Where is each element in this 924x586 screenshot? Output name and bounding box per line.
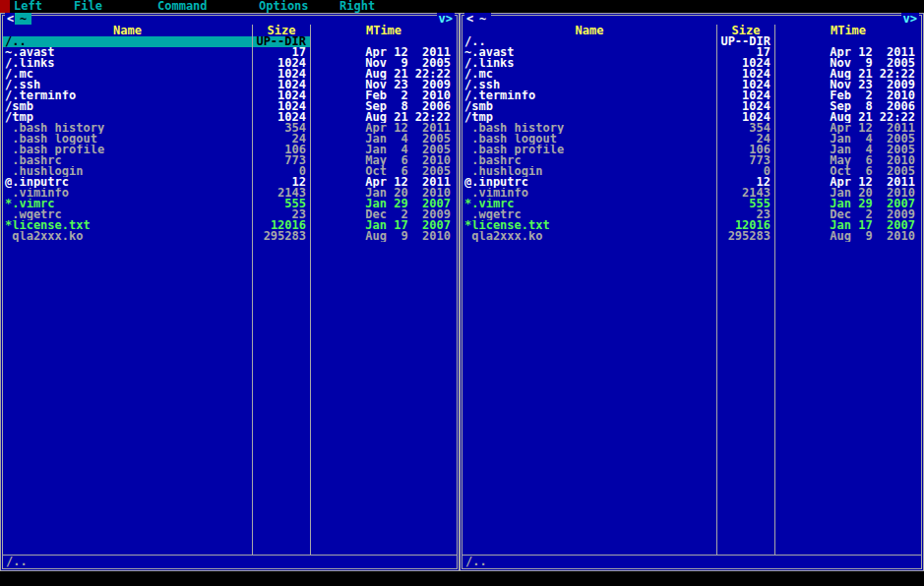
file-row[interactable]: .hushlogin0Oct 6 2005 — [3, 166, 457, 177]
file-row[interactable]: /.links1024Nov 9 2005 — [3, 58, 457, 69]
empty-mtime-column — [311, 242, 457, 555]
file-row[interactable]: .wgetrc23Dec 2 2009 — [3, 209, 457, 220]
file-name[interactable]: @.inputrc — [3, 177, 252, 188]
file-row[interactable]: .bash_profile106Jan 4 2005 — [462, 145, 921, 155]
file-row[interactable]: /.terminfo1024Feb 2 2010 — [462, 90, 921, 101]
file-name[interactable]: /.terminfo — [462, 90, 716, 101]
file-row[interactable]: /.links1024Nov 9 2005 — [462, 58, 921, 69]
file-mtime: Apr 12 2011 — [775, 47, 921, 58]
file-size: 1024 — [253, 80, 310, 90]
file-row[interactable]: /.mc1024Aug 21 22:22 — [3, 69, 457, 80]
file-name[interactable]: /.ssh — [462, 80, 716, 90]
file-size: 12 — [717, 177, 774, 188]
panel-dropdown-icon[interactable]: v> — [437, 13, 455, 25]
file-name[interactable]: .bash_profile — [3, 145, 252, 155]
file-name[interactable]: /.. — [3, 36, 252, 47]
file-name[interactable]: /tmp — [3, 112, 252, 123]
file-row[interactable]: ~.avast17Apr 12 2011 — [462, 47, 921, 58]
file-mtime: May 6 2010 — [311, 155, 457, 166]
file-name[interactable]: /.links — [3, 58, 252, 69]
file-row[interactable]: .bash_logout24Jan 4 2005 — [462, 134, 921, 145]
menu-item-left[interactable]: Left — [14, 0, 42, 13]
file-name[interactable]: /.. — [462, 36, 716, 47]
file-name[interactable]: .viminfo — [462, 188, 716, 199]
file-name[interactable]: /.links — [462, 58, 716, 69]
column-header-size[interactable]: Size — [253, 25, 310, 36]
menu-item-file[interactable]: File — [74, 0, 102, 13]
file-row[interactable]: @.inputrc12Apr 12 2011 — [462, 177, 921, 188]
file-size: 295283 — [717, 231, 774, 242]
file-name[interactable]: *license.txt — [462, 220, 716, 231]
file-name[interactable]: .bash_profile — [462, 145, 716, 155]
file-row[interactable]: qla2xxx.ko295283Aug 9 2010 — [462, 231, 921, 242]
file-row[interactable]: /..UP--DIR — [462, 36, 921, 47]
file-row[interactable]: /.terminfo1024Feb 2 2010 — [3, 90, 457, 101]
file-name[interactable]: /.ssh — [3, 80, 252, 90]
file-row[interactable]: *.vimrc555Jan 29 2007 — [3, 199, 457, 209]
file-name[interactable]: .bashrc — [462, 155, 716, 166]
menu-item-right[interactable]: Right — [339, 0, 375, 13]
file-name[interactable]: /.mc — [462, 69, 716, 80]
file-row[interactable]: .bashrc773May 6 2010 — [3, 155, 457, 166]
file-name[interactable]: ~.avast — [462, 47, 716, 58]
file-row[interactable]: .bashrc773May 6 2010 — [462, 155, 921, 166]
file-row[interactable]: ~.avast17Apr 12 2011 — [3, 47, 457, 58]
file-row[interactable]: .bash_history354Apr 12 2011 — [3, 123, 457, 134]
file-name[interactable]: ~.avast — [3, 47, 252, 58]
file-row[interactable]: .bash_history354Apr 12 2011 — [462, 123, 921, 134]
file-name[interactable]: .hushlogin — [3, 166, 252, 177]
file-row[interactable]: /smb1024Sep 8 2006 — [462, 101, 921, 112]
column-header-mtime[interactable]: MTime — [311, 25, 457, 36]
file-mtime: Jan 20 2010 — [775, 188, 921, 199]
file-name[interactable]: .wgetrc — [462, 209, 716, 220]
file-name[interactable]: /.mc — [3, 69, 252, 80]
left-panel-title[interactable]: ~ — [15, 13, 31, 25]
file-name[interactable]: *license.txt — [3, 220, 252, 231]
file-name[interactable]: .bash_logout — [462, 134, 716, 145]
file-row[interactable]: qla2xxx.ko295283Aug 9 2010 — [3, 231, 457, 242]
file-name[interactable]: .wgetrc — [3, 209, 252, 220]
file-name[interactable]: .bash_history — [3, 123, 252, 134]
empty-name-column — [462, 242, 716, 555]
file-row[interactable]: /tmp1024Aug 21 22:22 — [462, 112, 921, 123]
file-row[interactable]: @.inputrc12Apr 12 2011 — [3, 177, 457, 188]
file-row[interactable]: *.vimrc555Jan 29 2007 — [462, 199, 921, 209]
file-size: 1024 — [717, 112, 774, 123]
file-row[interactable]: /smb1024Sep 8 2006 — [3, 101, 457, 112]
file-name[interactable]: @.inputrc — [462, 177, 716, 188]
column-header-mtime[interactable]: MTime — [775, 25, 921, 36]
file-row[interactable]: /.mc1024Aug 21 22:22 — [462, 69, 921, 80]
column-header-name[interactable]: Name — [3, 25, 252, 36]
file-name[interactable]: /smb — [462, 101, 716, 112]
file-name[interactable]: *.vimrc — [462, 199, 716, 209]
file-row[interactable]: /.ssh1024Nov 23 2009 — [3, 80, 457, 90]
panel-dropdown-icon[interactable]: v> — [901, 13, 919, 25]
column-header-name[interactable]: Name — [462, 25, 716, 36]
file-row[interactable]: /..UP--DIR — [3, 36, 457, 47]
file-name[interactable]: .bash_history — [462, 123, 716, 134]
file-name[interactable]: /tmp — [462, 112, 716, 123]
file-name[interactable]: *.vimrc — [3, 199, 252, 209]
file-name[interactable]: .bash_logout — [3, 134, 252, 145]
file-name[interactable]: qla2xxx.ko — [462, 231, 716, 242]
file-name[interactable]: /.terminfo — [3, 90, 252, 101]
file-row[interactable]: /tmp1024Aug 21 22:22 — [3, 112, 457, 123]
file-row[interactable]: .bash_profile106Jan 4 2005 — [3, 145, 457, 155]
right-panel-title[interactable]: ~ — [474, 13, 491, 25]
menu-item-options[interactable]: Options — [259, 0, 309, 13]
file-name[interactable]: .bashrc — [3, 155, 252, 166]
file-name[interactable]: .hushlogin — [462, 166, 716, 177]
file-row[interactable]: .viminfo2143Jan 20 2010 — [3, 188, 457, 199]
file-row[interactable]: .hushlogin0Oct 6 2005 — [462, 166, 921, 177]
file-row[interactable]: .bash_logout24Jan 4 2005 — [3, 134, 457, 145]
file-name[interactable]: /smb — [3, 101, 252, 112]
file-name[interactable]: qla2xxx.ko — [3, 231, 252, 242]
file-row[interactable]: /.ssh1024Nov 23 2009 — [462, 80, 921, 90]
menu-item-command[interactable]: Command — [157, 0, 208, 13]
file-row[interactable]: *license.txt12016Jan 17 2007 — [462, 220, 921, 231]
file-name[interactable]: .viminfo — [3, 188, 252, 199]
file-row[interactable]: *license.txt12016Jan 17 2007 — [3, 220, 457, 231]
file-row[interactable]: .viminfo2143Jan 20 2010 — [462, 188, 921, 199]
column-header-size[interactable]: Size — [717, 25, 774, 36]
file-row[interactable]: .wgetrc23Dec 2 2009 — [462, 209, 921, 220]
